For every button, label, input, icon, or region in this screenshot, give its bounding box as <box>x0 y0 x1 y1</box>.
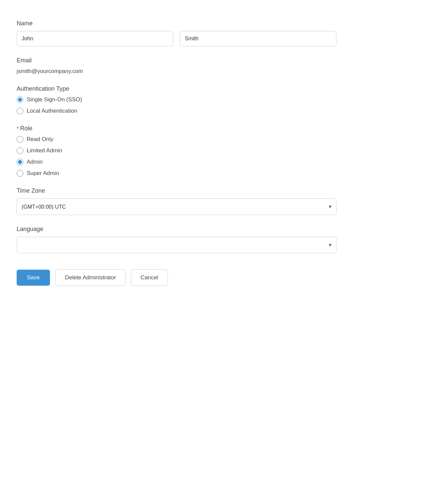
delete-administrator-button[interactable]: Delete Administrator <box>55 269 126 286</box>
email-value: jsmith@yourcompany.com <box>17 68 83 74</box>
role-radio-limited-admin[interactable] <box>17 147 23 154</box>
role-radio-group: Read Only Limited Admin Admin Super Admi… <box>17 136 336 177</box>
role-option-read-only[interactable]: Read Only <box>17 136 336 143</box>
save-button[interactable]: Save <box>17 270 50 286</box>
role-option-super-admin[interactable]: Super Admin <box>17 170 336 177</box>
cancel-button[interactable]: Cancel <box>131 269 168 286</box>
timezone-select-wrapper: (GMT+00:00) UTC ▼ <box>17 198 336 215</box>
auth-label-local: Local Authentication <box>27 108 77 114</box>
email-field-group: Email jsmith@yourcompany.com <box>17 57 336 75</box>
first-name-input[interactable] <box>17 31 173 46</box>
role-option-admin[interactable]: Admin <box>17 159 336 165</box>
language-label: Language <box>17 226 336 233</box>
role-radio-super-admin[interactable] <box>17 170 23 177</box>
auth-option-local[interactable]: Local Authentication <box>17 108 336 114</box>
timezone-field-group: Time Zone (GMT+00:00) UTC ▼ <box>17 187 336 215</box>
role-radio-admin[interactable] <box>17 159 23 165</box>
timezone-select[interactable]: (GMT+00:00) UTC <box>17 198 336 215</box>
email-label: Email <box>17 57 336 64</box>
user-edit-form: Name Email jsmith@yourcompany.com Authen… <box>10 13 343 293</box>
role-label-limited-admin: Limited Admin <box>27 147 62 154</box>
auth-label-sso: Single Sign-On (SSO) <box>27 96 82 103</box>
button-row: Save Delete Administrator Cancel <box>17 269 336 286</box>
role-label-read-only: Read Only <box>27 136 53 143</box>
language-select[interactable] <box>17 237 336 253</box>
role-required-star: * <box>17 126 19 132</box>
name-row <box>17 31 336 46</box>
auth-option-sso[interactable]: Single Sign-On (SSO) <box>17 96 336 103</box>
language-field-group: Language ▼ <box>17 226 336 253</box>
role-label-super-admin: Super Admin <box>27 170 59 177</box>
role-label: Role <box>20 125 32 132</box>
timezone-label: Time Zone <box>17 187 336 194</box>
name-label: Name <box>17 20 336 27</box>
role-radio-read-only[interactable] <box>17 136 23 143</box>
auth-type-field-group: Authentication Type Single Sign-On (SSO)… <box>17 85 336 114</box>
auth-radio-local[interactable] <box>17 108 23 114</box>
auth-type-label: Authentication Type <box>17 85 336 92</box>
role-field-group: * Role Read Only Limited Admin Admin Sup… <box>17 125 336 177</box>
auth-radio-sso[interactable] <box>17 96 23 103</box>
last-name-input[interactable] <box>180 31 336 46</box>
role-label-admin: Admin <box>27 159 43 165</box>
role-label-row: * Role <box>17 125 336 132</box>
role-option-limited-admin[interactable]: Limited Admin <box>17 147 336 154</box>
language-select-wrapper: ▼ <box>17 237 336 253</box>
auth-type-radio-group: Single Sign-On (SSO) Local Authenticatio… <box>17 96 336 114</box>
name-field-group: Name <box>17 20 336 46</box>
